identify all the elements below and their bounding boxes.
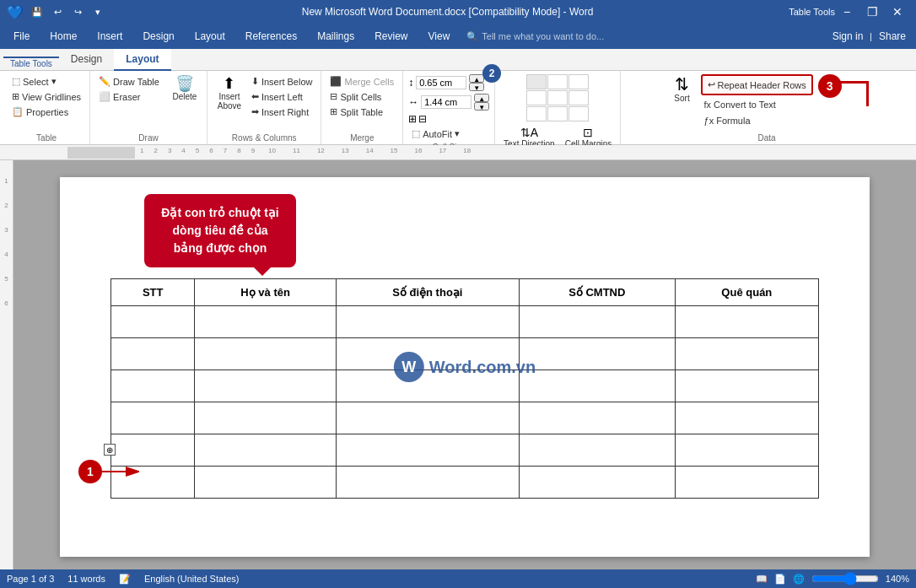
insert-below-button[interactable]: ⬇ Insert Below [248, 74, 316, 89]
group-draw-label: Draw [95, 132, 202, 144]
view-gridlines-button[interactable]: ⊞ View Gridlines [8, 89, 84, 104]
sort-icon: ⇅ [675, 76, 689, 93]
autofit-icon: ⬚ [412, 128, 420, 139]
align-mr-button[interactable] [568, 90, 589, 105]
cell [675, 434, 818, 467]
eraser-button[interactable]: ⬜ Eraser [95, 89, 163, 104]
split-table-button[interactable]: ⊞ Split Table [326, 105, 397, 119]
insert-above-button[interactable]: ⬆ InsertAbove [213, 74, 246, 112]
gridlines-icon: ⊞ [12, 91, 19, 102]
group-data-label: Data [626, 132, 908, 144]
col-stt: STT [111, 279, 195, 306]
draw-table-icon: ✏️ [99, 76, 110, 87]
ribbon-tab-row: Table Tools Design Layout [0, 49, 916, 71]
insert-above-icon: ⬆ [223, 76, 235, 91]
menu-mailings[interactable]: Mailings [307, 24, 364, 49]
insert-below-icon: ⬇ [251, 76, 259, 87]
search-icon: 🔍 [466, 31, 478, 42]
select-button[interactable]: ⬚ Select ▾ [8, 74, 84, 89]
save-button[interactable]: 💾 [29, 3, 46, 20]
ribbon: ⬚ Select ▾ ⊞ View Gridlines 📋 Properties… [0, 71, 916, 145]
watermark-text: Word.com.vn [429, 358, 536, 377]
cell [519, 467, 675, 499]
tab-design[interactable]: Design [59, 49, 114, 71]
properties-button[interactable]: 📋 Properties [8, 105, 84, 119]
insert-left-button[interactable]: ⬅ Insert Left [248, 89, 316, 104]
sort-button[interactable]: ⇅ Sort [665, 74, 699, 105]
cell [336, 402, 519, 434]
insert-col: ⬇ Insert Below ⬅ Insert Left ➡ Insert Ri… [248, 74, 316, 119]
quick-access-toolbar: 💙 💾 ↩ ↪ ▾ [7, 3, 106, 20]
cell [195, 338, 337, 370]
insert-right-icon: ➡ [251, 106, 259, 117]
group-rows-cols: ⬆ InsertAbove ⬇ Insert Below ⬅ Insert Le… [207, 71, 322, 144]
delete-icon: 🗑️ [175, 76, 194, 91]
menu-home[interactable]: Home [40, 24, 87, 49]
vertical-ruler: 1 2 3 4 5 6 [0, 160, 13, 569]
menu-design[interactable]: Design [132, 24, 184, 49]
view-read-button[interactable]: 📖 [756, 574, 768, 585]
align-ml-button[interactable] [526, 90, 547, 105]
align-br-button[interactable] [568, 106, 589, 121]
align-bc-button[interactable] [547, 106, 568, 121]
undo-button[interactable]: ↩ [49, 3, 66, 20]
group-rows-cols-label: Rows & Columns [213, 132, 316, 144]
watermark: W Word.com.vn [394, 352, 536, 382]
align-bl-button[interactable] [526, 106, 547, 121]
align-tc-button[interactable] [547, 74, 568, 89]
formula-button[interactable]: ƒx Formula [701, 114, 813, 127]
zoom-slider[interactable] [811, 572, 879, 585]
cell [519, 338, 675, 370]
autofit-button[interactable]: ⬚ AutoFit ▾ [408, 127, 489, 141]
view-print-button[interactable]: 📄 [774, 574, 786, 585]
qat: 💾 ↩ ↪ ▾ [29, 3, 106, 20]
menu-layout[interactable]: Layout [185, 24, 235, 49]
view-web-button[interactable]: 🌐 [793, 574, 805, 585]
cell [111, 402, 195, 434]
delete-button[interactable]: 🗑️ Delete [168, 74, 202, 103]
convert-text-icon: fx [704, 100, 712, 110]
col-width-input[interactable] [421, 95, 471, 109]
menu-view[interactable]: View [418, 24, 461, 49]
align-tl-button[interactable] [526, 74, 547, 89]
cell [675, 402, 818, 434]
sign-in-button[interactable]: Sign in [832, 30, 864, 42]
menu-review[interactable]: Review [364, 24, 418, 49]
restore-button[interactable]: ❐ [860, 3, 884, 20]
repeat-header-button[interactable]: ↩ Repeat Header Rows [701, 74, 813, 95]
menu-insert[interactable]: Insert [87, 24, 132, 49]
insert-left-icon: ⬅ [251, 91, 259, 102]
title-bar: 💙 💾 ↩ ↪ ▾ New Microsoft Word Document.do… [0, 0, 916, 24]
convert-text-button[interactable]: fx Convert to Text [701, 98, 813, 111]
formula-icon: ƒx [704, 116, 714, 126]
share-button[interactable]: Share [879, 30, 906, 42]
qat-more-button[interactable]: ▾ [89, 3, 106, 20]
step1-annotation: 1 [78, 460, 102, 483]
col-width-up-button[interactable]: ▲ [474, 94, 489, 102]
table-move-handle[interactable]: ⊕ [104, 444, 116, 456]
align-tr-button[interactable] [568, 74, 589, 89]
page-container: Đặt con trỏ chuột tại dòng tiêu đề của b… [60, 177, 870, 557]
menu-references[interactable]: References [235, 24, 307, 49]
cell [519, 434, 675, 467]
align-mc-button[interactable] [547, 90, 568, 105]
redo-button[interactable]: ↪ [69, 3, 86, 20]
window-title: New Microsoft Word Document.docx [Compat… [106, 6, 789, 18]
row-height-input[interactable] [416, 76, 466, 89]
cell [111, 306, 195, 338]
tab-layout[interactable]: Layout [114, 49, 170, 71]
height-down-button[interactable]: ▼ [469, 83, 484, 91]
minimize-button[interactable]: − [835, 3, 859, 20]
properties-icon: 📋 [12, 106, 24, 117]
cell [195, 467, 337, 499]
cell [675, 370, 818, 402]
col-width-down-button[interactable]: ▼ [474, 102, 489, 111]
table-row [111, 306, 819, 338]
select-icon: ⬚ [12, 76, 20, 87]
draw-table-button[interactable]: ✏️ Draw Table [95, 74, 163, 89]
search-input[interactable] [482, 31, 633, 41]
close-button[interactable]: ✕ [886, 3, 909, 20]
menu-file[interactable]: File [3, 24, 40, 49]
insert-right-button[interactable]: ➡ Insert Right [248, 105, 316, 119]
split-cells-button[interactable]: ⊟ Split Cells [326, 89, 397, 104]
